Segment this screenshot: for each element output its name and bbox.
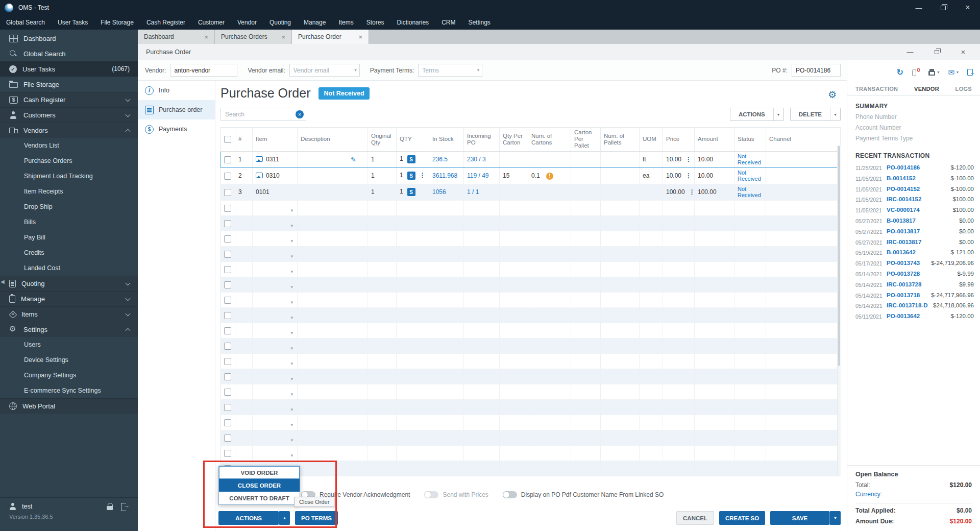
nav-item-info[interactable]: Info xyxy=(138,81,215,100)
inner-close-button[interactable]: × xyxy=(953,46,973,58)
actions-button-bottom[interactable]: ACTIONS▴ xyxy=(218,511,290,525)
sidebar-item-customers[interactable]: Customers xyxy=(0,107,138,123)
sidebar-item-cash-register[interactable]: Cash Register xyxy=(0,92,138,107)
price-menu-icon[interactable]: ⋮ xyxy=(689,188,695,196)
vendor-email-input[interactable] xyxy=(289,64,360,77)
transaction-link[interactable]: B-0014152 xyxy=(887,175,951,181)
transaction-link[interactable]: PO-0013718 xyxy=(887,292,931,298)
empty-row[interactable]: ▾ xyxy=(221,369,841,384)
row-checkbox[interactable] xyxy=(224,312,231,319)
inner-restore-button[interactable] xyxy=(927,46,946,58)
sidebar-item-manage[interactable]: Manage xyxy=(0,291,138,306)
menu-dictionaries[interactable]: Dictionaries xyxy=(397,19,429,26)
row-checkbox[interactable] xyxy=(224,343,231,350)
col-header-num[interactable]: # xyxy=(235,128,253,152)
item-select-caret-icon[interactable]: ▾ xyxy=(290,376,293,381)
menu-vendor[interactable]: Vendor xyxy=(237,19,257,26)
sidebar-item-users[interactable]: Users xyxy=(0,337,138,352)
chevron-down-icon[interactable]: ▾ xyxy=(354,67,357,73)
item-select-caret-icon[interactable]: ▾ xyxy=(290,361,293,366)
empty-row[interactable]: ▾ xyxy=(221,445,841,461)
sidebar-item-web-portal[interactable]: Web Portal xyxy=(0,398,138,414)
col-header-qty[interactable]: QTY xyxy=(397,128,429,152)
table-row[interactable]: 2 0310 1 1S⋮ 3611.968 119 / 49 15 0.1! e… xyxy=(221,167,841,184)
email-button[interactable]: ✉▾ xyxy=(948,68,959,77)
toggle-switch[interactable] xyxy=(424,491,438,498)
sidebar-item-shipment-load-tracking[interactable]: Shipment Load Tracking xyxy=(0,168,138,184)
chevron-down-icon[interactable]: ▾ xyxy=(957,70,959,75)
sidebar-item-credits[interactable]: Credits xyxy=(0,245,138,260)
chevron-down-icon[interactable]: ▾ xyxy=(829,511,841,525)
col-header-price[interactable]: Price xyxy=(663,128,695,152)
grid-scrollbar[interactable] xyxy=(837,146,841,476)
tab-vendor[interactable]: VENDOR xyxy=(914,86,939,92)
save-button[interactable]: SAVE▾ xyxy=(770,511,841,525)
menu-settings[interactable]: Settings xyxy=(468,19,490,26)
sidebar-item-purchase-orders[interactable]: Purchase Orders xyxy=(0,153,138,168)
item-select-caret-icon[interactable]: ▾ xyxy=(290,346,293,351)
close-button[interactable]: × xyxy=(955,0,980,15)
item-select-caret-icon[interactable]: ▾ xyxy=(290,254,293,259)
nav-item-payments[interactable]: Payments xyxy=(138,119,215,139)
delete-button[interactable]: DELETE▾ xyxy=(790,108,841,121)
tab-close-icon[interactable]: × xyxy=(358,33,362,41)
item-image-icon[interactable] xyxy=(256,156,263,162)
nav-item-purchase-order[interactable]: Purchase order xyxy=(138,100,215,119)
menu-file-storage[interactable]: File Storage xyxy=(101,19,134,26)
empty-row[interactable]: ▾ xyxy=(221,292,841,307)
row-checkbox[interactable] xyxy=(224,404,231,411)
sidebar-item-company-settings[interactable]: Company Settings xyxy=(0,368,138,383)
transaction-link[interactable]: IRC-0013817 xyxy=(887,239,959,245)
item-select-caret-icon[interactable]: ▾ xyxy=(290,208,293,213)
price-menu-icon[interactable]: ⋮ xyxy=(685,172,692,179)
item-code[interactable]: 0311 xyxy=(266,156,279,163)
col-header-channel[interactable]: Channel xyxy=(766,128,841,152)
tab-close-icon[interactable]: × xyxy=(204,33,208,41)
empty-row[interactable]: ▾ xyxy=(221,430,841,445)
item-image-icon[interactable] xyxy=(256,173,263,178)
sidebar-item-ecommerce-sync-settings[interactable]: E-commerce Sync Settings xyxy=(0,383,138,398)
menu-crm[interactable]: CRM xyxy=(442,19,455,26)
row-checkbox[interactable] xyxy=(224,156,231,163)
item-select-caret-icon[interactable]: ▾ xyxy=(290,422,293,427)
table-row[interactable]: 3 0101 1 1S 1056 1 / 1 100.00⋮ 100.00 xyxy=(221,184,841,200)
empty-row[interactable]: ▾ xyxy=(221,338,841,353)
in-stock-link[interactable]: 1056 xyxy=(432,188,446,196)
sidebar-item-quoting[interactable]: Quoting xyxy=(0,276,138,291)
row-checkbox[interactable] xyxy=(224,220,231,227)
po-number-input[interactable] xyxy=(792,64,841,77)
sidebar-item-bills[interactable]: Bills xyxy=(0,214,138,230)
transaction-link[interactable]: PO-0014152 xyxy=(887,186,951,192)
item-select-caret-icon[interactable]: ▾ xyxy=(290,238,293,244)
item-select-caret-icon[interactable]: ▾ xyxy=(290,315,293,320)
col-header-status[interactable]: Status xyxy=(734,128,766,152)
sidebar-item-landed-cost[interactable]: Landed Cost xyxy=(0,260,138,276)
row-checkbox[interactable] xyxy=(224,327,231,334)
sidebar-item-dashboard[interactable]: Dashboard xyxy=(0,31,138,46)
sidebar-item-vendors-list[interactable]: Vendors List xyxy=(0,138,138,153)
col-header-in-stock[interactable]: In Stock xyxy=(429,128,464,152)
clear-search-icon[interactable]: × xyxy=(296,110,304,118)
empty-row[interactable]: ▾ xyxy=(221,307,841,323)
stock-s-badge[interactable]: S xyxy=(407,188,415,196)
empty-row[interactable]: ▾ xyxy=(221,200,841,215)
menu-cash-register[interactable]: Cash Register xyxy=(146,19,185,26)
row-checkbox[interactable] xyxy=(224,435,231,442)
toggle-display-customer-name[interactable]: Display on PO Pdf Customer Name From Lin… xyxy=(503,491,664,498)
col-header-uom[interactable]: UOM xyxy=(640,128,663,152)
chevron-up-icon[interactable]: ▴ xyxy=(279,511,290,525)
empty-row[interactable]: ▾ xyxy=(221,246,841,261)
empty-row[interactable]: ▾ xyxy=(221,231,841,246)
item-select-caret-icon[interactable]: ▾ xyxy=(290,284,293,289)
empty-row[interactable]: ▾ xyxy=(221,353,841,369)
item-select-caret-icon[interactable]: ▾ xyxy=(290,438,293,443)
collapse-sidebar-handle[interactable]: ◀ xyxy=(1,279,5,284)
table-row[interactable]: 1 0311 ✎ 1 1S 236.5 230 / 3 ft 10.00⋮ 10 xyxy=(221,151,841,167)
empty-row[interactable]: ▾ xyxy=(221,384,841,399)
sidebar-item-device-settings[interactable]: Device Settings xyxy=(0,352,138,368)
sidebar-item-global-search[interactable]: Global Search xyxy=(0,46,138,61)
tab-dashboard[interactable]: Dashboard× xyxy=(138,30,215,44)
sidebar-item-file-storage[interactable]: File Storage xyxy=(0,77,138,92)
stock-s-badge[interactable]: S xyxy=(407,172,415,180)
in-stock-link[interactable]: 236.5 xyxy=(432,156,448,163)
